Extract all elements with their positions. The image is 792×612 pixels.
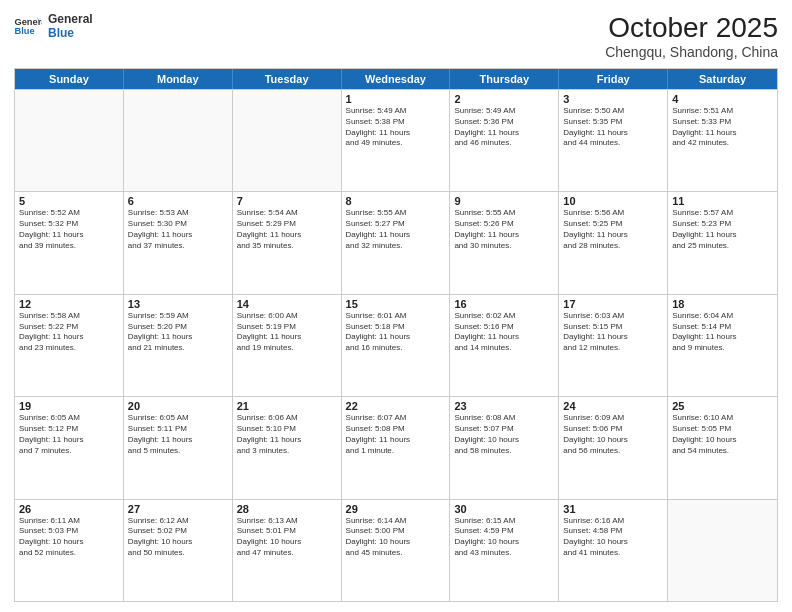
dow-cell: Saturday [668, 69, 777, 89]
month-title: October 2025 [605, 12, 778, 44]
day-number: 4 [672, 93, 773, 105]
day-cell: 16Sunrise: 6:02 AM Sunset: 5:16 PM Dayli… [450, 295, 559, 396]
day-number: 24 [563, 400, 663, 412]
day-cell: 9Sunrise: 5:55 AM Sunset: 5:26 PM Daylig… [450, 192, 559, 293]
day-cell: 4Sunrise: 5:51 AM Sunset: 5:33 PM Daylig… [668, 90, 777, 191]
day-number: 19 [19, 400, 119, 412]
svg-text:Blue: Blue [14, 27, 34, 37]
day-number: 7 [237, 195, 337, 207]
day-cell [124, 90, 233, 191]
day-cell [668, 500, 777, 601]
day-info: Sunrise: 5:55 AM Sunset: 5:26 PM Dayligh… [454, 208, 554, 251]
day-info: Sunrise: 5:52 AM Sunset: 5:32 PM Dayligh… [19, 208, 119, 251]
day-number: 30 [454, 503, 554, 515]
logo: General Blue General Blue [14, 12, 93, 41]
day-number: 17 [563, 298, 663, 310]
day-cell: 29Sunrise: 6:14 AM Sunset: 5:00 PM Dayli… [342, 500, 451, 601]
day-cell: 3Sunrise: 5:50 AM Sunset: 5:35 PM Daylig… [559, 90, 668, 191]
subtitle: Chengqu, Shandong, China [605, 44, 778, 60]
day-cell: 7Sunrise: 5:54 AM Sunset: 5:29 PM Daylig… [233, 192, 342, 293]
day-cell: 14Sunrise: 6:00 AM Sunset: 5:19 PM Dayli… [233, 295, 342, 396]
day-number: 25 [672, 400, 773, 412]
day-cell: 6Sunrise: 5:53 AM Sunset: 5:30 PM Daylig… [124, 192, 233, 293]
day-number: 6 [128, 195, 228, 207]
day-info: Sunrise: 6:04 AM Sunset: 5:14 PM Dayligh… [672, 311, 773, 354]
day-number: 16 [454, 298, 554, 310]
day-number: 18 [672, 298, 773, 310]
day-cell: 12Sunrise: 5:58 AM Sunset: 5:22 PM Dayli… [15, 295, 124, 396]
day-info: Sunrise: 6:06 AM Sunset: 5:10 PM Dayligh… [237, 413, 337, 456]
day-cell: 30Sunrise: 6:15 AM Sunset: 4:59 PM Dayli… [450, 500, 559, 601]
dow-cell: Sunday [15, 69, 124, 89]
day-info: Sunrise: 6:13 AM Sunset: 5:01 PM Dayligh… [237, 516, 337, 559]
day-info: Sunrise: 5:51 AM Sunset: 5:33 PM Dayligh… [672, 106, 773, 149]
day-number: 2 [454, 93, 554, 105]
day-cell: 20Sunrise: 6:05 AM Sunset: 5:11 PM Dayli… [124, 397, 233, 498]
day-number: 31 [563, 503, 663, 515]
day-info: Sunrise: 5:49 AM Sunset: 5:36 PM Dayligh… [454, 106, 554, 149]
day-info: Sunrise: 6:15 AM Sunset: 4:59 PM Dayligh… [454, 516, 554, 559]
day-cell: 5Sunrise: 5:52 AM Sunset: 5:32 PM Daylig… [15, 192, 124, 293]
day-number: 20 [128, 400, 228, 412]
page: General Blue General Blue October 2025 C… [0, 0, 792, 612]
day-cell: 31Sunrise: 6:16 AM Sunset: 4:58 PM Dayli… [559, 500, 668, 601]
day-number: 27 [128, 503, 228, 515]
day-cell: 28Sunrise: 6:13 AM Sunset: 5:01 PM Dayli… [233, 500, 342, 601]
day-info: Sunrise: 5:59 AM Sunset: 5:20 PM Dayligh… [128, 311, 228, 354]
day-info: Sunrise: 6:02 AM Sunset: 5:16 PM Dayligh… [454, 311, 554, 354]
day-info: Sunrise: 5:57 AM Sunset: 5:23 PM Dayligh… [672, 208, 773, 251]
title-area: October 2025 Chengqu, Shandong, China [605, 12, 778, 60]
day-info: Sunrise: 5:53 AM Sunset: 5:30 PM Dayligh… [128, 208, 228, 251]
weeks: 1Sunrise: 5:49 AM Sunset: 5:38 PM Daylig… [15, 89, 777, 601]
calendar: SundayMondayTuesdayWednesdayThursdayFrid… [14, 68, 778, 602]
day-info: Sunrise: 6:05 AM Sunset: 5:12 PM Dayligh… [19, 413, 119, 456]
day-info: Sunrise: 6:03 AM Sunset: 5:15 PM Dayligh… [563, 311, 663, 354]
day-cell: 10Sunrise: 5:56 AM Sunset: 5:25 PM Dayli… [559, 192, 668, 293]
day-info: Sunrise: 5:54 AM Sunset: 5:29 PM Dayligh… [237, 208, 337, 251]
day-info: Sunrise: 6:05 AM Sunset: 5:11 PM Dayligh… [128, 413, 228, 456]
day-number: 21 [237, 400, 337, 412]
day-number: 11 [672, 195, 773, 207]
day-cell: 27Sunrise: 6:12 AM Sunset: 5:02 PM Dayli… [124, 500, 233, 601]
day-number: 14 [237, 298, 337, 310]
logo-line2: Blue [48, 26, 93, 40]
day-number: 26 [19, 503, 119, 515]
day-info: Sunrise: 6:09 AM Sunset: 5:06 PM Dayligh… [563, 413, 663, 456]
day-cell: 8Sunrise: 5:55 AM Sunset: 5:27 PM Daylig… [342, 192, 451, 293]
day-number: 3 [563, 93, 663, 105]
day-cell: 1Sunrise: 5:49 AM Sunset: 5:38 PM Daylig… [342, 90, 451, 191]
week-row: 1Sunrise: 5:49 AM Sunset: 5:38 PM Daylig… [15, 89, 777, 191]
week-row: 12Sunrise: 5:58 AM Sunset: 5:22 PM Dayli… [15, 294, 777, 396]
day-cell: 26Sunrise: 6:11 AM Sunset: 5:03 PM Dayli… [15, 500, 124, 601]
day-info: Sunrise: 5:49 AM Sunset: 5:38 PM Dayligh… [346, 106, 446, 149]
day-info: Sunrise: 6:14 AM Sunset: 5:00 PM Dayligh… [346, 516, 446, 559]
day-info: Sunrise: 6:10 AM Sunset: 5:05 PM Dayligh… [672, 413, 773, 456]
day-info: Sunrise: 6:16 AM Sunset: 4:58 PM Dayligh… [563, 516, 663, 559]
day-cell: 2Sunrise: 5:49 AM Sunset: 5:36 PM Daylig… [450, 90, 559, 191]
header: General Blue General Blue October 2025 C… [14, 12, 778, 60]
logo-icon: General Blue [14, 15, 42, 37]
day-cell: 21Sunrise: 6:06 AM Sunset: 5:10 PM Dayli… [233, 397, 342, 498]
day-cell: 24Sunrise: 6:09 AM Sunset: 5:06 PM Dayli… [559, 397, 668, 498]
dow-row: SundayMondayTuesdayWednesdayThursdayFrid… [15, 69, 777, 89]
day-number: 23 [454, 400, 554, 412]
week-row: 26Sunrise: 6:11 AM Sunset: 5:03 PM Dayli… [15, 499, 777, 601]
day-info: Sunrise: 6:11 AM Sunset: 5:03 PM Dayligh… [19, 516, 119, 559]
day-info: Sunrise: 6:01 AM Sunset: 5:18 PM Dayligh… [346, 311, 446, 354]
day-info: Sunrise: 6:08 AM Sunset: 5:07 PM Dayligh… [454, 413, 554, 456]
day-number: 10 [563, 195, 663, 207]
dow-cell: Monday [124, 69, 233, 89]
day-cell: 23Sunrise: 6:08 AM Sunset: 5:07 PM Dayli… [450, 397, 559, 498]
day-number: 5 [19, 195, 119, 207]
day-info: Sunrise: 5:58 AM Sunset: 5:22 PM Dayligh… [19, 311, 119, 354]
day-info: Sunrise: 6:12 AM Sunset: 5:02 PM Dayligh… [128, 516, 228, 559]
day-cell: 17Sunrise: 6:03 AM Sunset: 5:15 PM Dayli… [559, 295, 668, 396]
day-info: Sunrise: 5:56 AM Sunset: 5:25 PM Dayligh… [563, 208, 663, 251]
day-info: Sunrise: 6:00 AM Sunset: 5:19 PM Dayligh… [237, 311, 337, 354]
day-cell [15, 90, 124, 191]
day-info: Sunrise: 6:07 AM Sunset: 5:08 PM Dayligh… [346, 413, 446, 456]
day-cell: 22Sunrise: 6:07 AM Sunset: 5:08 PM Dayli… [342, 397, 451, 498]
day-number: 28 [237, 503, 337, 515]
dow-cell: Tuesday [233, 69, 342, 89]
dow-cell: Friday [559, 69, 668, 89]
